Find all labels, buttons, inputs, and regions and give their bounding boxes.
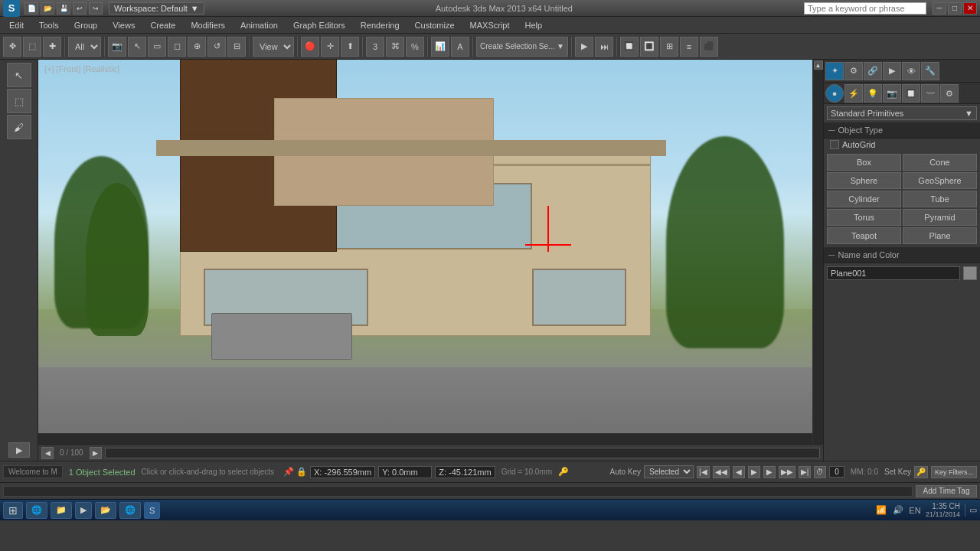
chrome-btn[interactable]: 🌐 [119,502,141,519]
new-file-btn[interactable]: 📄 [24,2,38,15]
toolbar-icon1[interactable]: 📊 [431,37,449,57]
undo-btn[interactable]: ↩ [73,2,87,15]
time-config-btn[interactable]: ⏱ [814,466,826,478]
media-btn[interactable]: ▶ [75,502,92,519]
first-frame-btn[interactable]: |◀ [697,466,710,478]
left-shape-btn[interactable]: ⬚ [7,89,31,113]
redo-btn[interactable]: ↪ [89,2,103,15]
menu-maxscript[interactable]: MAXScript [464,19,516,31]
menu-views[interactable]: Views [106,19,141,31]
region-select-btn[interactable]: ⬚ [23,37,41,57]
files-btn[interactable]: 📂 [95,502,116,519]
motion-tab[interactable]: ▶ [883,62,901,80]
snap-toggle[interactable]: 📌 [283,467,294,478]
torus-btn[interactable]: Torus [827,209,901,226]
helpers-btn[interactable]: 🔲 [902,84,920,103]
view-dropdown[interactable]: View [253,37,294,57]
rotate-btn[interactable]: ↺ [207,37,226,57]
selected-dropdown[interactable]: Selected [644,465,694,478]
cone-btn[interactable]: Cone [903,154,977,171]
timeline-prev-btn[interactable]: ◀ [41,447,54,459]
tube-btn[interactable]: Tube [903,191,977,207]
menu-help[interactable]: Help [519,19,549,31]
viewport-scroll-bottom[interactable] [38,433,812,444]
spacewarps-btn[interactable]: 〰 [921,84,939,103]
geometry-btn[interactable]: ● [825,84,844,103]
selection-set-dropdown[interactable]: Create Selection Se... ▼ [476,37,568,57]
minimize-btn[interactable]: ─ [933,2,946,15]
left-play-btn[interactable]: ▶ [8,442,30,458]
systems-btn[interactable]: ⚙ [940,84,959,103]
percent-btn[interactable]: 3 [366,37,384,57]
key-filters-btn[interactable]: Key Filters... [931,466,977,478]
edit-btn[interactable]: ⌘ [386,37,404,57]
play-anim-btn[interactable]: ▶ [748,466,760,478]
shapes-btn[interactable]: ⚡ [844,84,863,103]
open-file-btn[interactable]: 📂 [41,2,54,15]
viewport[interactable]: [+] [Front] [Realistic] [38,60,823,444]
close-btn[interactable]: ✕ [963,2,977,15]
camera-btn[interactable]: 📷 [108,37,126,57]
layer-btn[interactable]: ≡ [680,37,698,57]
save-file-btn[interactable]: 💾 [57,2,70,15]
bottom-timeline-track[interactable] [3,486,913,497]
key-icon[interactable]: 🔑 [558,467,569,478]
viewport-scroll-right[interactable]: ▲ [812,60,823,444]
cylinder-btn[interactable]: Cylinder [827,191,901,207]
menu-animation[interactable]: Animation [234,19,284,31]
start-btn[interactable]: ⊞ [3,502,23,519]
color-swatch[interactable] [963,266,977,280]
move-btn[interactable]: ✚ [43,37,61,57]
show-desktop-btn[interactable]: ▭ [965,504,977,517]
left-select-btn[interactable]: ↖ [7,63,31,87]
geosphere-btn[interactable]: GeoSphere [903,172,977,189]
snap3-btn[interactable]: ⬆ [341,37,359,57]
primitives-dropdown[interactable]: Standard Primitives ▼ [827,106,977,120]
3dsmax-task-btn[interactable]: S [144,502,160,519]
teapot-btn[interactable]: Teapot [827,227,901,244]
search-input[interactable] [804,2,926,15]
menu-graph-editors[interactable]: Graph Editors [287,19,351,31]
lights-btn[interactable]: 💡 [864,84,882,103]
snap2-btn[interactable]: ✛ [321,37,339,57]
array-btn[interactable]: ⊞ [660,37,678,57]
ie-btn[interactable]: 🌐 [26,502,47,519]
percent2-btn[interactable]: % [406,37,424,57]
menu-group[interactable]: Group [68,19,104,31]
maximize-btn[interactable]: □ [948,2,962,15]
scale-btn[interactable]: ⊟ [227,37,246,57]
display-tab[interactable]: 👁 [902,62,920,80]
prev-frame-btn[interactable]: ◀◀ [713,466,730,478]
timeline-next-btn[interactable]: ▶ [90,447,102,459]
play-btn[interactable]: ▶ [575,37,593,57]
menu-modifiers[interactable]: Modifiers [185,19,231,31]
snap-btn[interactable]: 🔴 [301,37,319,57]
step-btn[interactable]: ⏭ [595,37,613,57]
create-tab[interactable]: ✦ [825,62,844,80]
next-frame-btn[interactable]: ▶▶ [779,466,795,478]
menu-customize[interactable]: Customize [409,19,461,31]
next-key-btn[interactable]: ▶ [763,466,776,478]
object-name-input[interactable] [827,266,960,280]
ribbon-btn[interactable]: ⬛ [700,37,718,57]
layer-dropdown[interactable]: All [68,37,101,57]
workspace-dropdown[interactable]: Workspace: Default ▼ [109,2,204,15]
prev-key-btn[interactable]: ◀ [733,466,745,478]
transform-btn[interactable]: ⊕ [188,37,206,57]
plane-btn[interactable]: Plane [903,227,977,244]
pyramid-btn[interactable]: Pyramid [903,209,977,226]
pointer-btn[interactable]: ↖ [128,37,146,57]
box-btn[interactable]: Box [827,154,901,171]
hierarchy-tab[interactable]: 🔗 [864,62,882,80]
menu-edit[interactable]: Edit [3,19,30,31]
add-time-tag-btn[interactable]: Add Time Tag [916,485,977,497]
select-tool-btn[interactable]: ✥ [3,37,21,57]
menu-tools[interactable]: Tools [33,19,65,31]
last-frame-btn[interactable]: ▶| [799,466,812,478]
autogrid-checkbox[interactable] [830,140,839,149]
modify-tab[interactable]: ⚙ [844,62,863,80]
box-btn[interactable]: ◻ [168,37,186,57]
folder-btn[interactable]: 📁 [51,502,72,519]
utilities-tab[interactable]: 🔧 [921,62,939,80]
menu-rendering[interactable]: Rendering [354,19,406,31]
